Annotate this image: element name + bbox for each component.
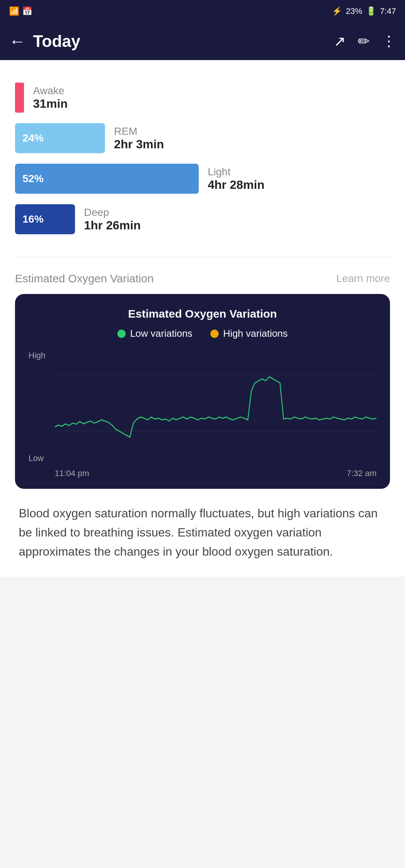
low-dot xyxy=(117,330,126,338)
deep-label: Deep xyxy=(84,206,141,219)
rem-info: REM 2hr 3min xyxy=(114,125,164,151)
divider xyxy=(15,257,390,257)
oxygen-section-header: Estimated Oxygen Variation Learn more xyxy=(15,265,390,294)
oxygen-description: Blood oxygen saturation normally fluctua… xyxy=(15,504,390,562)
awake-label: Awake xyxy=(33,85,68,97)
oxygen-chart-card: Estimated Oxygen Variation Low variation… xyxy=(15,294,390,489)
stage-row-deep: 16% Deep 1hr 26min xyxy=(15,204,390,234)
more-icon[interactable]: ⋮ xyxy=(382,33,396,50)
deep-info: Deep 1hr 26min xyxy=(84,206,141,232)
stage-row-light: 52% Light 4hr 28min xyxy=(15,164,390,194)
light-percentage: 52% xyxy=(22,173,44,185)
deep-duration: 1hr 26min xyxy=(84,219,141,232)
high-label: High variations xyxy=(223,328,288,339)
battery-text: 23% xyxy=(346,6,362,16)
signal-icon: 📶 xyxy=(9,6,19,16)
main-content: Awake 31min 24% REM 2hr 3min 52% Light 4… xyxy=(0,60,405,577)
y-low-label: Low xyxy=(28,454,45,463)
bluetooth-icon: ⚡ xyxy=(332,6,342,16)
back-icon: ← xyxy=(9,32,26,50)
chart-legend: Low variations High variations xyxy=(28,328,376,339)
low-label: Low variations xyxy=(130,328,192,339)
awake-info: Awake 31min xyxy=(33,85,68,111)
y-high-label: High xyxy=(28,351,45,360)
deep-bar: 16% xyxy=(15,204,75,234)
page-title: Today xyxy=(33,32,334,51)
legend-high: High variations xyxy=(210,328,288,339)
chart-svg xyxy=(55,351,376,463)
chart-x-labels: 11:04 pm 7:32 am xyxy=(55,469,376,478)
share-icon[interactable]: ↗ xyxy=(334,33,346,50)
rem-percentage: 24% xyxy=(22,132,44,144)
high-dot xyxy=(210,330,219,338)
light-info: Light 4hr 28min xyxy=(208,166,264,192)
stage-row-rem: 24% REM 2hr 3min xyxy=(15,123,390,153)
back-button[interactable]: ← xyxy=(9,32,26,51)
rem-label: REM xyxy=(114,125,164,137)
app-bar-actions: ↗ ✏ ⋮ xyxy=(334,33,396,50)
rem-duration: 2hr 3min xyxy=(114,137,164,151)
chart-title: Estimated Oxygen Variation xyxy=(28,307,376,320)
sleep-stages: Awake 31min 24% REM 2hr 3min 52% Light 4… xyxy=(15,75,390,249)
status-bar: 📶 📅 ⚡ 23% 🔋 7:47 xyxy=(0,0,405,23)
legend-low: Low variations xyxy=(117,328,192,339)
learn-more-button[interactable]: Learn more xyxy=(336,273,390,285)
status-left: 📶 📅 xyxy=(9,6,32,16)
light-label: Light xyxy=(208,166,264,178)
chart-area: High Low 11:04 pm 7:32 am xyxy=(28,351,376,478)
x-end-label: 7:32 am xyxy=(347,469,377,478)
x-start-label: 11:04 pm xyxy=(55,469,89,478)
light-bar: 52% xyxy=(15,164,199,194)
battery-icon: 🔋 xyxy=(366,6,376,16)
chart-y-labels: High Low xyxy=(28,351,45,463)
status-right: ⚡ 23% 🔋 7:47 xyxy=(332,6,396,16)
rem-bar: 24% xyxy=(15,123,105,153)
awake-bar xyxy=(15,83,24,113)
time-text: 7:47 xyxy=(380,6,396,16)
calendar-icon: 📅 xyxy=(22,6,32,16)
oxygen-section-title: Estimated Oxygen Variation xyxy=(15,272,154,285)
light-duration: 4hr 28min xyxy=(208,178,264,192)
stage-row-awake: Awake 31min xyxy=(15,83,390,113)
awake-duration: 31min xyxy=(33,97,68,111)
edit-icon[interactable]: ✏ xyxy=(358,33,370,50)
deep-percentage: 16% xyxy=(22,213,44,225)
app-bar: ← Today ↗ ✏ ⋮ xyxy=(0,23,405,60)
